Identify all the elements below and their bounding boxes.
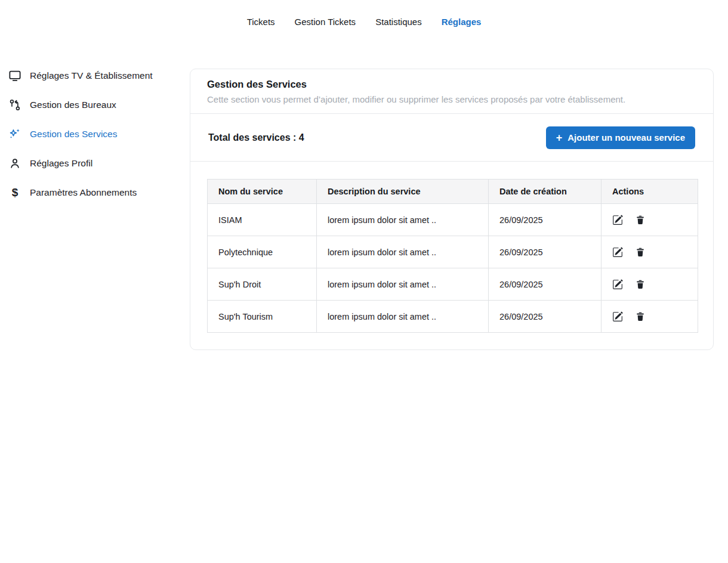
add-service-button[interactable]: + Ajouter un nouveau service [546,126,695,149]
column-header-description: Description du service [317,180,489,204]
person-icon [8,157,21,170]
service-actions [601,204,698,236]
edit-button[interactable] [612,247,623,258]
table-row: Sup'h Droit lorem ipsum dolor sit amet .… [208,268,698,301]
edit-button[interactable] [612,311,623,322]
sidebar-item-label: Gestion des Bureaux [30,100,116,110]
sidebar-item-label: Paramètres Abonnements [30,187,137,198]
top-navigation: Tickets Gestion Tickets Statistiques Rég… [0,17,728,27]
services-card: Gestion des Services Cette section vous … [190,69,714,350]
service-name: ISIAM [208,204,317,236]
sidebar-item-parametres-abonnements[interactable]: $ Paramètres Abonnements [8,178,181,207]
edit-button[interactable] [612,279,623,290]
service-actions [601,268,698,301]
sidebar-item-gestion-services[interactable]: Gestion des Services [8,119,181,149]
edit-button[interactable] [612,215,623,225]
service-description: lorem ipsum dolor sit amet .. [317,301,489,333]
dollar-icon: $ [8,186,21,199]
tab-reglages[interactable]: Réglages [442,17,482,27]
card-header: Gestion des Services Cette section vous … [190,69,713,114]
sidebar-item-gestion-bureaux[interactable]: Gestion des Bureaux [8,90,181,119]
table-row: ISIAM lorem ipsum dolor sit amet .. 26/0… [208,204,698,236]
column-header-name: Nom du service [208,180,317,204]
service-name: Sup'h Tourism [208,301,317,333]
total-services-text: Total des services : 4 [208,132,304,143]
sidebar-item-label: Gestion des Services [30,129,117,140]
sidebar-item-label: Réglages TV & Établissement [30,70,153,81]
add-service-button-label: Ajouter un nouveau service [567,132,685,143]
service-name: Sup'h Droit [208,268,317,301]
column-header-date: Date de création [489,180,601,204]
service-date: 26/09/2025 [489,268,601,301]
service-actions [601,236,698,268]
table-header-row: Nom du service Description du service Da… [208,180,698,204]
service-date: 26/09/2025 [489,236,601,268]
delete-button[interactable] [635,311,646,322]
page-title: Gestion des Services [207,79,696,90]
delete-button[interactable] [635,247,646,258]
route-icon [8,98,21,112]
service-description: lorem ipsum dolor sit amet .. [317,268,489,301]
tab-gestion-tickets[interactable]: Gestion Tickets [295,17,356,27]
tv-icon [8,69,21,82]
services-table: Nom du service Description du service Da… [207,179,698,333]
sidebar-item-reglages-profil[interactable]: Réglages Profil [8,149,181,178]
delete-button[interactable] [635,215,646,225]
service-date: 26/09/2025 [489,204,601,236]
total-label: Total des services : [208,132,296,143]
service-description: lorem ipsum dolor sit amet .. [317,204,489,236]
sidebar-item-reglages-tv[interactable]: Réglages TV & Établissement [8,61,181,90]
table-row: Polytechnique lorem ipsum dolor sit amet… [208,236,698,268]
total-count: 4 [299,132,304,143]
services-table-container: Nom du service Description du service Da… [190,162,713,349]
service-actions [601,301,698,333]
service-date: 26/09/2025 [489,301,601,333]
sparkles-icon [8,128,21,141]
page-subtitle: Cette section vous permet d’ajouter, mod… [207,94,696,104]
tab-tickets[interactable]: Tickets [247,17,275,27]
plus-icon: + [556,132,563,143]
delete-button[interactable] [635,279,646,290]
settings-sidebar: Réglages TV & Établissement Gestion des … [8,61,181,207]
service-description: lorem ipsum dolor sit amet .. [317,236,489,268]
sidebar-item-label: Réglages Profil [30,158,92,169]
service-name: Polytechnique [208,236,317,268]
tab-statistiques[interactable]: Statistiques [375,17,422,27]
total-bar: Total des services : 4 + Ajouter un nouv… [190,114,713,162]
table-row: Sup'h Tourism lorem ipsum dolor sit amet… [208,301,698,333]
column-header-actions: Actions [601,180,698,204]
